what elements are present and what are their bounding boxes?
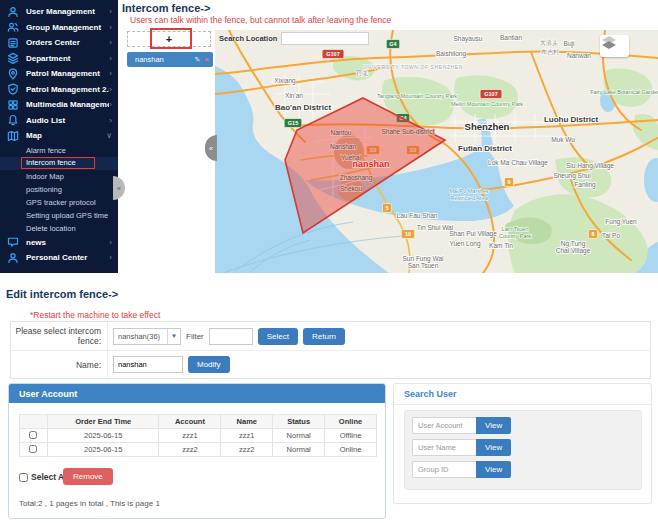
sidebar-item-positioning[interactable]: positioning xyxy=(0,183,118,196)
sidebar-item-label: Audio List xyxy=(26,116,109,125)
column-header-Name: Name xyxy=(221,415,273,429)
group-icon xyxy=(7,21,19,33)
svg-text:Tai Po: Tai Po xyxy=(602,232,620,239)
table-cell: 2025-06-15 xyxy=(47,429,159,443)
table-cell: zzz1 xyxy=(159,429,221,443)
sidebar-item-patrol-management-2-0[interactable]: Patrol Management 2.0› xyxy=(0,82,118,98)
view-button[interactable]: View xyxy=(476,417,511,434)
sidebar-item-user-management[interactable]: User Management› xyxy=(0,4,118,20)
sidebar-item-audio-list[interactable]: Audio List› xyxy=(0,113,118,129)
select-button[interactable]: Select xyxy=(258,328,298,345)
user-name-input[interactable] xyxy=(412,439,476,456)
sidebar-item-gps-tracker-protocol[interactable]: GPS tracker protocol xyxy=(0,196,118,209)
row-checkbox[interactable] xyxy=(29,445,37,453)
search-user-panel: Search User ViewViewView xyxy=(393,383,652,504)
news-icon xyxy=(7,236,19,248)
table-row: 2025-06-15zzz1zzz1NormalOffline xyxy=(20,429,377,443)
svg-text:9: 9 xyxy=(507,179,510,185)
sidebar-item-map[interactable]: Map∨ xyxy=(0,128,118,144)
map-layers-button[interactable] xyxy=(600,35,629,57)
search-user-header: Search User xyxy=(394,384,651,405)
map-canvas[interactable]: G107G107G4G4G15S3S351098 官龙ShayausuBanti… xyxy=(215,30,658,273)
column-header-Account: Account xyxy=(159,415,221,429)
svg-text:G107: G107 xyxy=(484,91,497,97)
svg-text:G107: G107 xyxy=(326,51,339,57)
sidebar-item-label: news xyxy=(26,238,109,247)
svg-text:Restricted Area: Restricted Area xyxy=(450,195,489,201)
svg-text:Fung Yuen: Fung Yuen xyxy=(605,218,637,226)
personal-icon xyxy=(7,252,19,264)
svg-text:10: 10 xyxy=(405,231,411,237)
table-cell: Normal xyxy=(273,443,325,457)
sidebar-item-label: Map xyxy=(26,131,106,140)
svg-text:Baishilong: Baishilong xyxy=(436,50,466,58)
sidebar-item-label: Intercom fence xyxy=(26,158,76,167)
sidebar-item-indoor-map[interactable]: Indoor Map xyxy=(0,170,118,183)
fence-name-label: nanshan xyxy=(352,159,389,169)
chevron-right-icon: › xyxy=(109,23,112,32)
sidebar-item-group-management[interactable]: Group Management› xyxy=(0,20,118,36)
sidebar-item-orders-center[interactable]: Orders Center› xyxy=(0,35,118,51)
svg-text:Yuen Long: Yuen Long xyxy=(449,240,480,248)
edit-icon[interactable]: ✎ xyxy=(194,56,200,64)
patrol-icon xyxy=(7,68,19,80)
map-search-label: Search Location xyxy=(219,34,277,43)
svg-text:Siu Hang Village: Siu Hang Village xyxy=(566,162,614,170)
sidebar-item-intercom-fence[interactable]: Intercom fence xyxy=(0,157,118,170)
map-search-input[interactable] xyxy=(281,32,369,45)
row-checkbox[interactable] xyxy=(29,431,37,439)
user-account-header: User Account xyxy=(9,384,385,403)
annotation-box-sidebar: Intercom fence xyxy=(21,157,95,169)
svg-text:Muk Wu: Muk Wu xyxy=(551,136,575,143)
chevron-down-icon: ∨ xyxy=(106,131,112,140)
sidebar-item-multimedia-management[interactable]: Multimedia Management› xyxy=(0,97,118,113)
svg-text:Lam Tsuen: Lam Tsuen xyxy=(502,226,529,232)
sidebar-collapse-handle[interactable]: « xyxy=(113,176,125,200)
view-button[interactable]: View xyxy=(476,461,511,478)
remove-button[interactable]: Remove xyxy=(63,468,113,485)
fence-select[interactable]: nanshan(36) ▼ xyxy=(113,328,181,345)
sidebar-item-news[interactable]: news› xyxy=(0,235,118,251)
fence-list-item-nanshan[interactable]: nanshan✎× xyxy=(127,52,213,67)
edit-section-title: Edit intercom fence-> xyxy=(6,288,118,300)
svg-text:Kam Tin: Kam Tin xyxy=(489,242,513,249)
group-id-input[interactable] xyxy=(412,461,476,478)
column-header-Status: Status xyxy=(273,415,325,429)
svg-text:Xixiang: Xixiang xyxy=(274,77,296,85)
select-fence-label: Please select intercom fence: xyxy=(11,322,108,350)
sidebar-item-alarm-fence[interactable]: Alarm fence xyxy=(0,144,118,157)
sidebar-item-patrol-management[interactable]: Patrol Management› xyxy=(0,66,118,82)
search-row-group-id: View xyxy=(412,461,641,478)
svg-text:Xin'an: Xin'an xyxy=(285,92,303,99)
chevron-right-icon: › xyxy=(109,69,112,78)
sidebar-item-label: User Management xyxy=(26,7,109,16)
column-header-Order End Time: Order End Time xyxy=(47,415,159,429)
orders-icon xyxy=(7,37,19,49)
sidebar-item-label: Multimedia Management xyxy=(26,100,109,109)
return-button[interactable]: Return xyxy=(303,328,345,345)
filter-label: Filter xyxy=(186,332,204,341)
add-fence-button[interactable]: + xyxy=(127,31,211,47)
svg-text:G15: G15 xyxy=(288,120,298,126)
fence-name-input[interactable] xyxy=(113,356,183,373)
select-all-checkbox[interactable] xyxy=(19,473,28,482)
map-icon xyxy=(7,130,19,142)
column-header-checkbox xyxy=(20,415,48,429)
svg-text:Buji: Buji xyxy=(564,40,575,48)
modify-button[interactable]: Modify xyxy=(188,356,230,373)
sidebar-item-setting-upload-gps-time[interactable]: Setting upload GPS time xyxy=(0,209,118,222)
svg-text:Nanwan: Nanwan xyxy=(567,52,591,59)
view-button[interactable]: View xyxy=(476,439,511,456)
svg-text:Chai Village: Chai Village xyxy=(556,247,591,255)
map-collapse-handle[interactable]: « xyxy=(205,135,217,161)
filter-input[interactable] xyxy=(209,328,253,345)
sidebar-item-label: Personal Center xyxy=(26,253,109,262)
user-account-input[interactable] xyxy=(412,417,476,434)
sidebar-item-personal-center[interactable]: Personal Center› xyxy=(0,250,118,266)
sidebar-item-delete-location[interactable]: Delete location xyxy=(0,222,118,235)
sidebar-item-department[interactable]: Department› xyxy=(0,51,118,67)
table-cell: Online xyxy=(325,443,377,457)
delete-icon[interactable]: × xyxy=(204,55,209,64)
svg-text:Fanling: Fanling xyxy=(574,181,596,189)
svg-text:Lok Ma Chau Village: Lok Ma Chau Village xyxy=(488,159,548,167)
